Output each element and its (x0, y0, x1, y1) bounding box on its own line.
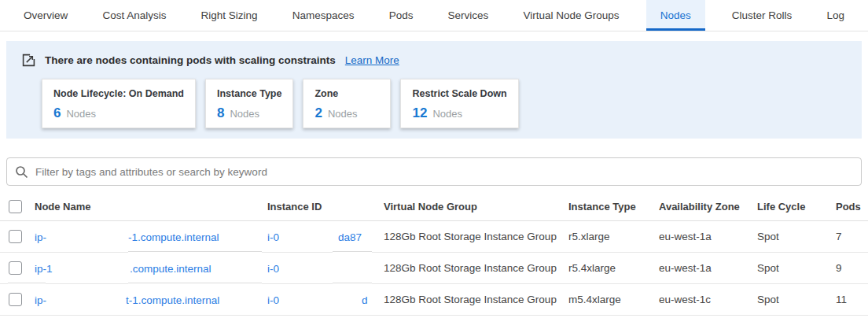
availability-zone-cell: eu-west-1a (659, 231, 757, 242)
tab-right-sizing[interactable]: Right Sizing (193, 0, 266, 31)
tab-cost-analysis[interactable]: Cost Analysis (94, 0, 174, 31)
tab-nodes[interactable]: Nodes (646, 0, 705, 31)
instance-type-cell: r5.4xlarge (568, 262, 659, 274)
nodes-table: Node Name Instance ID Virtual Node Group… (0, 193, 868, 316)
tab-bar: Overview Cost Analysis Right Sizing Name… (0, 0, 868, 31)
card-title: Node Lifecycle: On Demand (53, 88, 184, 99)
pods-cell: 7 (836, 231, 868, 242)
card-zone[interactable]: Zone 2 Nodes (303, 79, 391, 128)
card-count: 6 (53, 105, 61, 121)
search-icon (15, 165, 28, 179)
redaction-box (333, 251, 372, 256)
node-name-link[interactable]: .compute.internal (130, 262, 211, 274)
card-instance-type[interactable]: Instance Type 8 Nodes (205, 79, 293, 128)
constraint-cards: Node Lifecycle: On Demand 6 Nodes Instan… (42, 79, 862, 128)
instance-id-link[interactable]: i-0 (267, 262, 279, 274)
card-node-lifecycle[interactable]: Node Lifecycle: On Demand 6 Nodes (42, 79, 196, 128)
scaling-constraints-banner: There are nodes containing pods with sca… (6, 41, 862, 139)
select-all-checkbox[interactable] (9, 200, 22, 213)
row-checkbox[interactable] (9, 261, 22, 275)
tab-virtual-node-groups[interactable]: Virtual Node Groups (515, 0, 627, 31)
row-checkbox[interactable] (9, 293, 22, 306)
search-input[interactable] (35, 166, 853, 178)
scale-up-icon (22, 54, 35, 67)
card-unit: Nodes (66, 108, 96, 120)
instance-id-link[interactable]: i-0 (267, 231, 279, 242)
availability-zone-cell: eu-west-1c (659, 294, 757, 305)
learn-more-link[interactable]: Learn More (345, 54, 399, 66)
instance-id-link[interactable]: i-0 (267, 294, 279, 305)
card-count: 2 (314, 105, 322, 121)
life-cycle-cell: Spot (757, 231, 836, 242)
col-life-cycle: Life Cycle (757, 201, 836, 213)
instance-id-link[interactable]: d (362, 294, 368, 305)
card-unit: Nodes (230, 108, 259, 120)
redaction-box (8, 283, 46, 287)
banner-message-row: There are nodes containing pods with sca… (6, 41, 862, 67)
table-row[interactable]: ip-1 .compute.internal i-0 128Gb Root St… (0, 253, 868, 284)
col-instance-type: Instance Type (568, 201, 659, 213)
tab-services[interactable]: Services (440, 0, 497, 31)
instance-type-cell: m5.4xlarge (568, 294, 659, 305)
card-unit: Nodes (432, 108, 462, 120)
card-title: Zone (314, 88, 379, 99)
virtual-node-group-cell: 128Gb Root Storage Instance Group (384, 294, 568, 305)
row-checkbox[interactable] (9, 230, 22, 243)
banner-message: There are nodes containing pods with sca… (45, 54, 336, 66)
card-restrict-scale-down[interactable]: Restrict Scale Down 12 Nodes (400, 79, 518, 128)
table-header: Node Name Instance ID Virtual Node Group… (0, 193, 868, 221)
virtual-node-group-cell: 128Gb Root Storage Instance Group (384, 231, 568, 242)
tab-pods[interactable]: Pods (381, 0, 421, 31)
col-pods: Pods (836, 201, 868, 213)
node-name-link[interactable]: ip-1 (35, 262, 53, 274)
card-title: Restrict Scale Down (412, 88, 506, 99)
pods-cell: 9 (836, 262, 868, 274)
node-name-link[interactable]: ip- (35, 294, 46, 305)
col-node-name: Node Name (35, 201, 267, 213)
table-row[interactable]: ip- t-1.compute.internal i-0 d 128Gb Roo… (0, 284, 868, 316)
card-unit: Nodes (328, 108, 358, 120)
redaction-box (128, 283, 262, 287)
pods-cell: 11 (836, 294, 868, 305)
card-title: Instance Type (217, 88, 281, 99)
nodes-page: Overview Cost Analysis Right Sizing Name… (0, 0, 868, 318)
redaction-box (128, 251, 262, 256)
node-name-link[interactable]: ip- (35, 231, 46, 242)
tab-namespaces[interactable]: Namespaces (285, 0, 362, 31)
card-count: 8 (217, 105, 224, 121)
col-virtual-node-group: Virtual Node Group (384, 201, 568, 213)
node-name-link[interactable]: t-1.compute.internal (126, 294, 219, 305)
col-instance-id: Instance ID (267, 201, 384, 213)
filter-search-bar (6, 157, 862, 186)
tab-cluster-rolls[interactable]: Cluster Rolls (724, 0, 800, 31)
card-count: 12 (412, 105, 427, 121)
tab-overview[interactable]: Overview (16, 0, 75, 31)
tab-log[interactable]: Log (818, 0, 852, 31)
node-name-link[interactable]: -1.compute.internal (128, 231, 219, 242)
redaction-box (333, 283, 372, 287)
col-availability-zone: Availability Zone (659, 201, 757, 213)
instance-id-link[interactable]: da87 (338, 231, 362, 242)
virtual-node-group-cell: 128Gb Root Storage Instance Group (384, 262, 568, 274)
table-row[interactable]: ip- -1.compute.internal i-0 da87 128Gb R… (0, 221, 868, 253)
availability-zone-cell: eu-west-1a (659, 262, 757, 274)
life-cycle-cell: Spot (757, 262, 836, 274)
life-cycle-cell: Spot (757, 294, 836, 305)
instance-type-cell: r5.xlarge (568, 231, 659, 242)
